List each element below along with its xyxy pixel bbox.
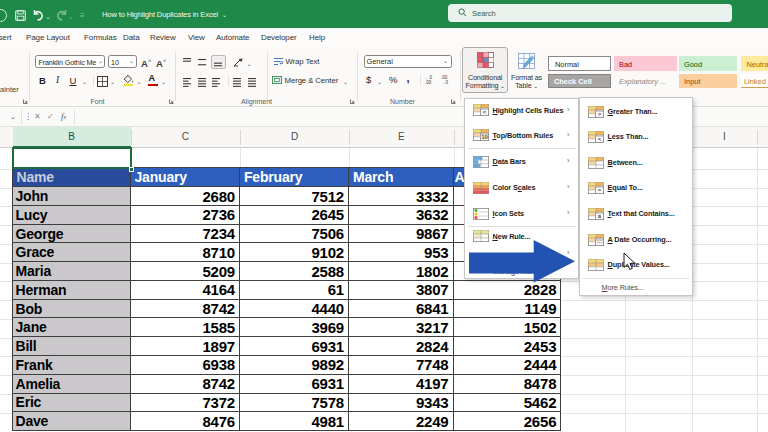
svg-text:>: > (597, 111, 601, 117)
svg-text:<: < (597, 136, 601, 142)
svg-text:<: < (482, 109, 486, 115)
svg-text:10: 10 (481, 135, 488, 141)
svg-text:.00: .00 (425, 80, 432, 85)
svg-text:=: = (597, 187, 601, 193)
svg-text:→0: →0 (441, 80, 449, 85)
